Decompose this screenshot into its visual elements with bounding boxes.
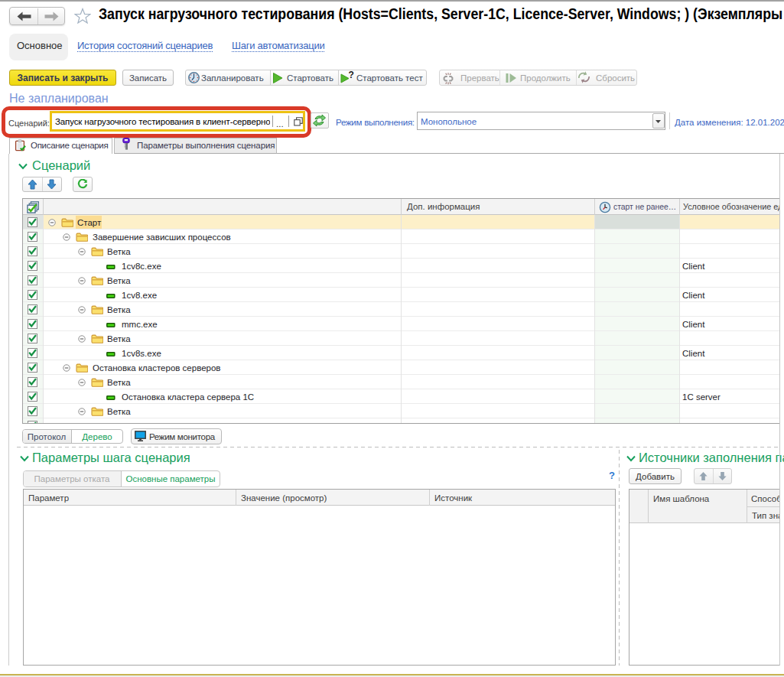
svg-text:?: ? [349,71,354,80]
